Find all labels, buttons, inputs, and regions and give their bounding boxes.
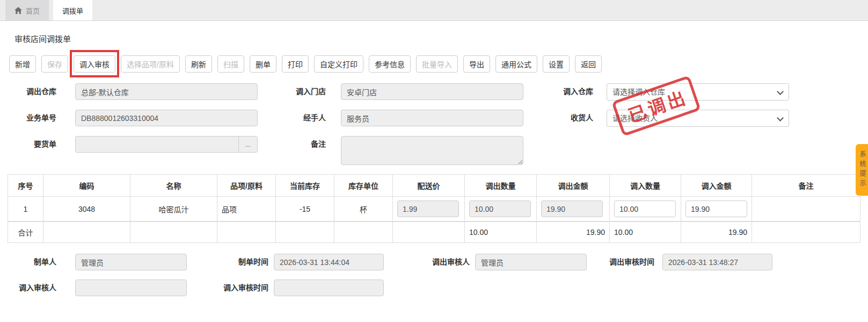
- total-out-qty: 10.00: [465, 221, 537, 243]
- col-name: 名称: [130, 175, 217, 197]
- btn-refresh[interactable]: 刷新: [185, 55, 212, 73]
- items-table: 序号 编码 名称 品项/原料 当前库存 库存单位 配送价 调出数量 调出金额 调…: [8, 174, 860, 243]
- btn-common-formula[interactable]: 通用公式: [495, 55, 537, 73]
- tab-transfer-label: 调拨单: [62, 5, 83, 16]
- btn-select-items: 选择品项/原料: [121, 55, 180, 73]
- col-out-amount: 调出金额: [537, 175, 610, 197]
- cell-code: 3048: [43, 197, 130, 222]
- btn-settings[interactable]: 设置: [543, 55, 570, 73]
- request-order-field: [75, 136, 238, 153]
- tab-transfer-order[interactable]: 调拨单: [53, 0, 92, 20]
- cell-stock-unit: 杯: [334, 197, 393, 222]
- out-warehouse-field: [75, 83, 258, 100]
- biz-no-label: 业务单号: [0, 110, 56, 126]
- out-amount-field: [541, 201, 603, 217]
- in-warehouse-label: 调入仓库: [523, 83, 593, 100]
- total-label: 合计: [8, 221, 43, 243]
- col-stock-unit: 库存单位: [334, 175, 393, 197]
- tab-home[interactable]: 首页: [5, 0, 49, 20]
- col-type: 品项/原料: [217, 175, 276, 197]
- btn-print[interactable]: 打印: [282, 55, 309, 73]
- biz-no-field: [75, 110, 258, 126]
- cell-type: 品项: [217, 197, 276, 222]
- col-remark: 备注: [752, 175, 860, 197]
- delivery-price-field: [397, 201, 459, 217]
- btn-add[interactable]: 新增: [9, 55, 36, 73]
- col-in-qty: 调入数量: [610, 175, 681, 197]
- out-auditor-label: 调出审核人: [384, 254, 470, 270]
- total-out-amount: 19.90: [537, 221, 610, 243]
- tab-home-label: 首页: [26, 5, 40, 16]
- col-out-qty: 调出数量: [465, 175, 537, 197]
- cell-name: 哈密瓜汁: [130, 197, 217, 222]
- out-audit-time-field: [662, 254, 772, 270]
- make-time-field: [274, 254, 384, 270]
- col-code: 编码: [43, 175, 130, 197]
- out-auditor-field: [475, 254, 587, 270]
- table-total-row: 合计 10.00 19.90 10.00 19.90: [8, 221, 860, 243]
- out-qty-field: [469, 201, 531, 217]
- btn-back[interactable]: 返回: [575, 55, 602, 73]
- in-audit-time-field: [274, 280, 384, 296]
- in-auditor-field: [75, 280, 187, 296]
- col-delivery-price: 配送价: [393, 175, 465, 197]
- toolbar: 新增 保存 调入审核 选择品项/原料 刷新 扫描 删单 打印 自定义打印 参考信…: [0, 52, 868, 79]
- order-header-form: 调出仓库 调入门店 调入仓库 请选择调入仓库 业务单号 经手人 收货人 请选择收…: [0, 79, 868, 165]
- col-current-stock: 当前库存: [276, 175, 334, 197]
- btn-delete-order[interactable]: 删单: [250, 55, 276, 73]
- total-in-amount: 19.90: [681, 221, 752, 243]
- maker-label: 制单人: [0, 254, 56, 270]
- col-in-amount: 调入金额: [681, 175, 752, 197]
- home-icon: [14, 7, 22, 14]
- btn-reference-info[interactable]: 参考信息: [369, 55, 411, 73]
- receiver-label: 收货人: [523, 110, 593, 126]
- cell-current-stock: -15: [276, 197, 334, 222]
- in-store-label: 调入门店: [258, 83, 326, 100]
- in-audit-time-label: 调入审核时间: [187, 280, 268, 296]
- btn-batch-import: 批量导入: [416, 55, 458, 73]
- in-auditor-label: 调入审核人: [0, 280, 56, 296]
- btn-custom-print[interactable]: 自定义打印: [314, 55, 363, 73]
- out-audit-time-label: 调出审核时间: [587, 254, 654, 270]
- maker-field: [75, 254, 187, 270]
- btn-scan: 扫描: [217, 55, 244, 73]
- btn-save: 保存: [41, 55, 68, 73]
- in-store-field: [341, 83, 523, 100]
- remark-textarea: [341, 136, 523, 165]
- in-amount-field[interactable]: [685, 201, 747, 217]
- tab-bar: 首页 调拨单: [0, 0, 868, 21]
- remark-label: 备注: [258, 136, 326, 153]
- table-header-row: 序号 编码 名称 品项/原料 当前库存 库存单位 配送价 调出数量 调出金额 调…: [8, 175, 860, 197]
- total-in-qty: 10.00: [610, 221, 681, 243]
- in-qty-field[interactable]: [614, 201, 676, 217]
- out-warehouse-label: 调出仓库: [0, 83, 56, 100]
- col-seq: 序号: [8, 175, 43, 197]
- request-order-label: 要货单: [0, 136, 56, 153]
- btn-export[interactable]: 导出: [463, 55, 490, 73]
- handler-label: 经手人: [258, 110, 326, 126]
- make-time-label: 制单时间: [187, 254, 268, 270]
- audit-info-form: 制单人 制单时间 调出审核人 调出审核时间 调入审核人 调入审核时间: [0, 243, 868, 296]
- page-title: 审核店间调拨单: [0, 21, 868, 52]
- system-tip-tab[interactable]: 系统提示: [856, 144, 868, 196]
- cell-seq: 1: [8, 197, 43, 222]
- request-order-more-button[interactable]: ...: [238, 136, 258, 153]
- btn-transfer-in-audit[interactable]: 调入审核: [74, 55, 115, 73]
- table-row: 1 3048 哈密瓜汁 品项 -15 杯: [8, 197, 860, 222]
- handler-field: [341, 110, 523, 126]
- cell-remark: [752, 197, 860, 222]
